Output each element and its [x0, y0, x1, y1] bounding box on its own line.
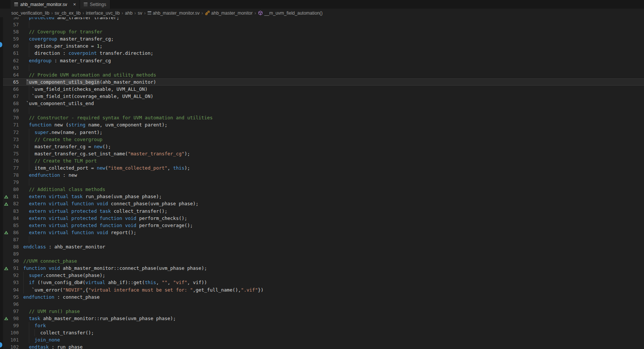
line-number[interactable]: 101	[3, 336, 19, 343]
line-number[interactable]: 61	[3, 50, 19, 57]
code-line[interactable]: 92 super.connect_phase(phase);	[0, 272, 644, 279]
breadcrumb-item-sv-cb-ex-lib[interactable]: sv_cb_ex_lib	[54, 11, 80, 16]
code-line[interactable]: 82 extern virtual function void connect_…	[0, 200, 644, 207]
code-line[interactable]: 66 `uvm_field_int(checks_enable, UVM_ALL…	[0, 86, 644, 93]
code-line[interactable]: 67 `uvm_field_int(coverage_enable, UVM_A…	[0, 93, 644, 100]
code-line[interactable]: 102 endtask : run_phase	[0, 343, 644, 349]
code-line[interactable]: 68 `uvm_component_utils_end	[0, 100, 644, 107]
code-line[interactable]: 56 protected ahb_transfer transfer;	[0, 17, 644, 21]
line-number[interactable]: 85	[3, 222, 19, 229]
code-line[interactable]: 90//UVM connect_phase	[0, 257, 644, 265]
line-number[interactable]: 95	[3, 293, 19, 301]
line-number[interactable]: 90	[3, 257, 19, 265]
breadcrumb-item-ahb-master-monitor[interactable]: ahb_master_monitor	[205, 11, 253, 16]
line-number[interactable]: 56	[3, 17, 19, 21]
code-line[interactable]: 65 `uvm_component_utils_begin(ahb_master…	[0, 78, 644, 86]
line-number[interactable]: 93	[3, 279, 19, 286]
line-number[interactable]: 74	[3, 143, 19, 150]
close-icon[interactable]: ×	[73, 2, 76, 7]
line-number[interactable]: 75	[3, 150, 19, 157]
code-line[interactable]: 59 covergroup master_transfer_cg;	[0, 35, 644, 42]
code-line[interactable]: 74 master_transfer_cg = new();	[0, 143, 644, 150]
code-line[interactable]: 93 if (!uvm_config_db#(virtual ahb_if)::…	[0, 279, 644, 286]
line-number[interactable]: 64	[3, 71, 19, 78]
line-number[interactable]: 94	[3, 286, 19, 293]
code-line[interactable]: 81 extern virtual task run_phase(uvm_pha…	[0, 193, 644, 200]
line-number[interactable]: 98	[3, 315, 19, 322]
code-line[interactable]: 77 item_collected_port = new("item_colle…	[0, 164, 644, 171]
line-number[interactable]: 86	[3, 229, 19, 236]
line-number[interactable]: 77	[3, 164, 19, 171]
line-number[interactable]: 76	[3, 157, 19, 164]
code-line[interactable]: 85 extern virtual protected function voi…	[0, 222, 644, 229]
code-line[interactable]: 62 endgroup : master_transfer_cg	[0, 57, 644, 64]
line-number[interactable]: 84	[3, 215, 19, 222]
code-line[interactable]: 63	[0, 64, 644, 71]
code-line[interactable]: 96	[0, 301, 644, 308]
code-line[interactable]: 91function void ahb_master_monitor::conn…	[0, 265, 644, 272]
code-line[interactable]: 71 function new (string name, uvm_compon…	[0, 121, 644, 128]
line-number[interactable]: 71	[3, 121, 19, 128]
code-line[interactable]: 78 endfunction : new	[0, 171, 644, 179]
line-number[interactable]: 87	[3, 236, 19, 243]
code-line[interactable]: 72 super.new(name, parent);	[0, 129, 644, 136]
line-number[interactable]: 97	[3, 308, 19, 315]
line-number[interactable]: 73	[3, 136, 19, 143]
line-number[interactable]: 67	[3, 93, 19, 100]
line-number[interactable]: 81	[3, 193, 19, 200]
code-line[interactable]: 73 // Create the covergroup	[0, 136, 644, 143]
line-number[interactable]: 91	[3, 265, 19, 272]
code-line[interactable]: 70 // Constructor - required syntax for …	[0, 114, 644, 121]
code-line[interactable]: 88endclass : ahb_master_monitor	[0, 243, 644, 250]
code-line[interactable]: 100 collect_transfer();	[0, 329, 644, 336]
line-number[interactable]: 82	[3, 200, 19, 207]
code-line[interactable]: 69	[0, 107, 644, 114]
code-line[interactable]: 58 // Covergroup for transfer	[0, 28, 644, 35]
breadcrumb-item-soc-verification-lib[interactable]: soc_verification_lib	[11, 11, 49, 16]
code-line[interactable]: 97 // UVM run() phase	[0, 308, 644, 315]
line-number[interactable]: 79	[3, 179, 19, 186]
code-line[interactable]: 98 task ahb_master_monitor::run_phase(uv…	[0, 315, 644, 322]
line-number[interactable]: 78	[3, 171, 19, 179]
breadcrumb-item-ahb[interactable]: ahb	[125, 11, 133, 16]
line-number[interactable]: 60	[3, 42, 19, 50]
line-number[interactable]: 57	[3, 21, 19, 28]
line-number[interactable]: 72	[3, 129, 19, 136]
line-number[interactable]: 62	[3, 57, 19, 64]
line-number[interactable]: 63	[3, 64, 19, 71]
line-number[interactable]: 80	[3, 186, 19, 193]
code-line[interactable]: 64 // Provide UVM automation and utility…	[0, 71, 644, 78]
code-line[interactable]: 99 fork	[0, 322, 644, 329]
breadcrumb-item-interface-uvc-lib[interactable]: interface_uvc_lib	[86, 11, 120, 16]
line-number[interactable]: 96	[3, 301, 19, 308]
tab-ahb-master-monitor-sv[interactable]: ahb_master_monitor.sv×	[11, 0, 80, 9]
line-number[interactable]: 88	[3, 243, 19, 250]
code-line[interactable]: 79	[0, 179, 644, 186]
code-line[interactable]: 86 extern virtual function void report()…	[0, 229, 644, 236]
tab-settings[interactable]: Settings	[80, 0, 110, 9]
line-number[interactable]: 99	[3, 322, 19, 329]
code-line[interactable]: 83 extern virtual protected task collect…	[0, 208, 644, 215]
code-line[interactable]: 95endfunction : connect_phase	[0, 293, 644, 301]
code-line[interactable]: 87	[0, 236, 644, 243]
code-line[interactable]: 101 join_none	[0, 336, 644, 343]
line-number[interactable]: 69	[3, 107, 19, 114]
line-number[interactable]: 100	[3, 329, 19, 336]
line-number[interactable]: 65	[3, 78, 19, 86]
code-line[interactable]: 60 option.per_instance = 1;	[0, 42, 644, 50]
line-number[interactable]: 83	[3, 208, 19, 215]
code-line[interactable]: 76 // Create the TLM port	[0, 157, 644, 164]
line-number[interactable]: 92	[3, 272, 19, 279]
line-number[interactable]: 102	[3, 343, 19, 349]
code-line[interactable]: 75 master_transfer_cg.set_inst_name("mas…	[0, 150, 644, 157]
code-line[interactable]: 80 // Additional class methods	[0, 186, 644, 193]
line-number[interactable]: 70	[3, 114, 19, 121]
breadcrumb-item-sv[interactable]: sv	[138, 11, 142, 16]
code-line[interactable]: 89	[0, 250, 644, 257]
code-line[interactable]: 94 `uvm_error("NOVIF",{"virtual interfac…	[0, 286, 644, 293]
code-line[interactable]: 61 direction : coverpoint transfer.direc…	[0, 50, 644, 57]
breadcrumb-item-ahb-master-monitor-sv[interactable]: ahb_master_monitor.sv	[148, 11, 200, 16]
line-number[interactable]: 68	[3, 100, 19, 107]
line-number[interactable]: 89	[3, 250, 19, 257]
line-number[interactable]: 59	[3, 35, 19, 42]
